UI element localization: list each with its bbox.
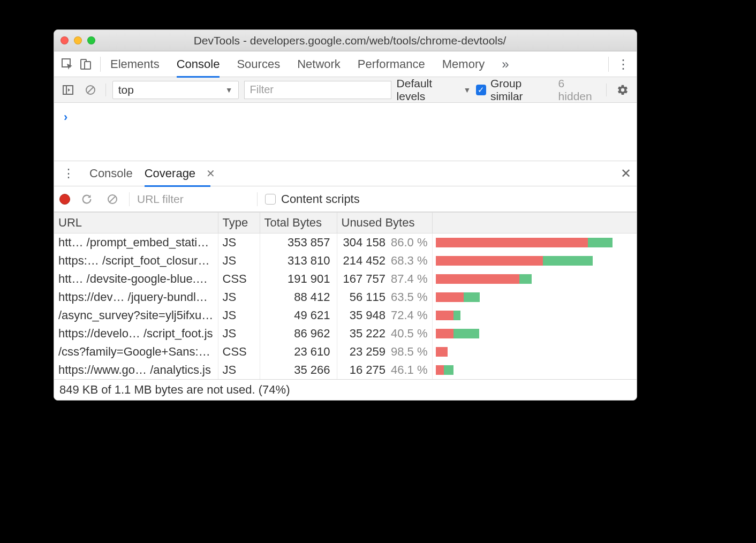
console-settings-icon[interactable] xyxy=(614,81,631,99)
table-row[interactable]: https://dev… /jquery-bundle.jsJS88 41256… xyxy=(54,288,637,306)
cell-url: https://www.go… /analytics.js xyxy=(54,361,218,379)
divider xyxy=(606,84,607,96)
cell-total-bytes: 191 901 xyxy=(260,270,337,288)
tab-sources[interactable]: Sources xyxy=(237,52,280,77)
context-value: top xyxy=(118,84,134,96)
cell-unused-bytes: 214 45268.3 % xyxy=(337,252,432,270)
main-tabs: Elements Console Sources Network Perform… xyxy=(110,52,603,77)
divider xyxy=(129,192,130,206)
tab-network[interactable]: Network xyxy=(297,52,341,77)
console-body[interactable]: › xyxy=(54,103,637,161)
col-header-url[interactable]: URL xyxy=(54,213,218,233)
close-window-button[interactable] xyxy=(61,36,69,44)
titlebar: DevTools - developers.google.com/web/too… xyxy=(54,30,637,51)
cell-total-bytes: 23 610 xyxy=(260,343,337,361)
record-button[interactable] xyxy=(59,194,70,205)
svg-line-5 xyxy=(87,87,94,93)
cell-unused-bytes: 35 22240.5 % xyxy=(337,325,432,343)
window-title: DevTools - developers.google.com/web/too… xyxy=(102,34,630,47)
reload-icon[interactable] xyxy=(78,190,96,208)
cell-type: CSS xyxy=(218,270,260,288)
table-row[interactable]: https:… /script_foot_closure.jsJS313 810… xyxy=(54,252,637,270)
drawer-tabstrip: ⋮ Console Coverage ✕ ✕ xyxy=(54,161,637,186)
drawer-more-icon[interactable]: ⋮ xyxy=(59,164,78,183)
divider xyxy=(257,192,258,206)
traffic-lights xyxy=(61,36,95,44)
chevron-down-icon: ▼ xyxy=(463,86,471,94)
table-row[interactable]: https://develo… /script_foot.jsJS86 9623… xyxy=(54,325,637,343)
group-similar-checkbox[interactable]: ✓ Group similar xyxy=(476,77,553,103)
cell-total-bytes: 86 962 xyxy=(260,325,337,343)
checkbox-checked-icon: ✓ xyxy=(476,85,486,95)
clear-icon[interactable] xyxy=(103,190,122,208)
cell-url: /async_survey?site=ylj5ifxusvv xyxy=(54,306,218,325)
col-header-unused[interactable]: Unused Bytes xyxy=(337,213,432,233)
col-header-total[interactable]: Total Bytes xyxy=(260,213,337,233)
cell-total-bytes: 313 810 xyxy=(260,252,337,270)
cell-usage-bar xyxy=(432,306,637,325)
drawer-tab-console[interactable]: Console xyxy=(89,161,133,186)
cell-usage-bar xyxy=(432,325,637,343)
drawer-tab-coverage[interactable]: Coverage xyxy=(145,161,195,186)
col-header-bar[interactable] xyxy=(432,213,637,233)
cell-total-bytes: 35 266 xyxy=(260,361,337,379)
cell-type: JS xyxy=(218,325,260,343)
inspect-element-icon[interactable] xyxy=(58,55,77,73)
console-toolbar: top ▼ Default levels ▼ ✓ Group similar 6… xyxy=(54,77,637,103)
cell-usage-bar xyxy=(432,252,637,270)
tab-memory[interactable]: Memory xyxy=(442,52,485,77)
cell-type: JS xyxy=(218,306,260,325)
coverage-status-bar: 849 KB of 1.1 MB bytes are not used. (74… xyxy=(54,379,637,400)
cell-unused-bytes: 304 15886.0 % xyxy=(337,233,432,252)
url-filter-input[interactable] xyxy=(137,193,250,206)
console-sidebar-toggle-icon[interactable] xyxy=(59,81,77,99)
cell-type: CSS xyxy=(218,343,260,361)
cell-usage-bar xyxy=(432,270,637,288)
cell-usage-bar xyxy=(432,288,637,306)
cell-type: JS xyxy=(218,252,260,270)
devtools-window: DevTools - developers.google.com/web/too… xyxy=(54,29,637,401)
cell-total-bytes: 353 857 xyxy=(260,233,337,252)
table-row[interactable]: /async_survey?site=ylj5ifxusvvJS49 62135… xyxy=(54,306,637,325)
content-scripts-checkbox[interactable]: Content scripts xyxy=(265,192,360,206)
tab-console[interactable]: Console xyxy=(177,52,220,77)
log-levels-select[interactable]: Default levels ▼ xyxy=(397,77,471,103)
group-similar-label: Group similar xyxy=(490,77,553,103)
toggle-device-toolbar-icon[interactable] xyxy=(77,55,95,73)
close-tab-icon[interactable]: ✕ xyxy=(206,167,215,180)
cell-type: JS xyxy=(218,233,260,252)
content-scripts-label: Content scripts xyxy=(281,192,360,206)
cell-url: htt… /prompt_embed_static.js xyxy=(54,233,218,252)
cell-unused-bytes: 35 94872.4 % xyxy=(337,306,432,325)
table-row[interactable]: htt… /devsite-google-blue.cssCSS191 9011… xyxy=(54,270,637,288)
more-options-icon[interactable]: ⋮ xyxy=(614,55,632,73)
clear-console-icon[interactable] xyxy=(82,81,99,99)
divider xyxy=(105,84,106,96)
tab-performance[interactable]: Performance xyxy=(358,52,425,77)
cell-total-bytes: 49 621 xyxy=(260,306,337,325)
coverage-table: URL Type Total Bytes Unused Bytes htt… /… xyxy=(54,212,637,379)
tabs-overflow-button[interactable]: » xyxy=(502,57,507,72)
table-row[interactable]: https://www.go… /analytics.jsJS35 26616 … xyxy=(54,361,637,379)
cell-total-bytes: 88 412 xyxy=(260,288,337,306)
cell-usage-bar xyxy=(432,343,637,361)
tab-elements[interactable]: Elements xyxy=(110,52,160,77)
hidden-count[interactable]: 6 hidden xyxy=(558,77,599,103)
close-drawer-icon[interactable]: ✕ xyxy=(621,166,631,181)
divider xyxy=(100,57,101,72)
zoom-window-button[interactable] xyxy=(87,36,95,44)
col-header-type[interactable]: Type xyxy=(218,213,260,233)
cell-unused-bytes: 56 11563.5 % xyxy=(337,288,432,306)
cell-url: https://dev… /jquery-bundle.js xyxy=(54,288,218,306)
cell-url: htt… /devsite-google-blue.css xyxy=(54,270,218,288)
cell-url: /css?family=Google+Sans:400 xyxy=(54,343,218,361)
cell-unused-bytes: 16 27546.1 % xyxy=(337,361,432,379)
execution-context-select[interactable]: top ▼ xyxy=(112,81,239,99)
table-row[interactable]: htt… /prompt_embed_static.jsJS353 857304… xyxy=(54,233,637,252)
console-filter-input[interactable] xyxy=(244,81,391,99)
cell-unused-bytes: 23 25998.5 % xyxy=(337,343,432,361)
cell-url: https://develo… /script_foot.js xyxy=(54,325,218,343)
table-row[interactable]: /css?family=Google+Sans:400CSS23 61023 2… xyxy=(54,343,637,361)
minimize-window-button[interactable] xyxy=(74,36,82,44)
cell-url: https:… /script_foot_closure.js xyxy=(54,252,218,270)
